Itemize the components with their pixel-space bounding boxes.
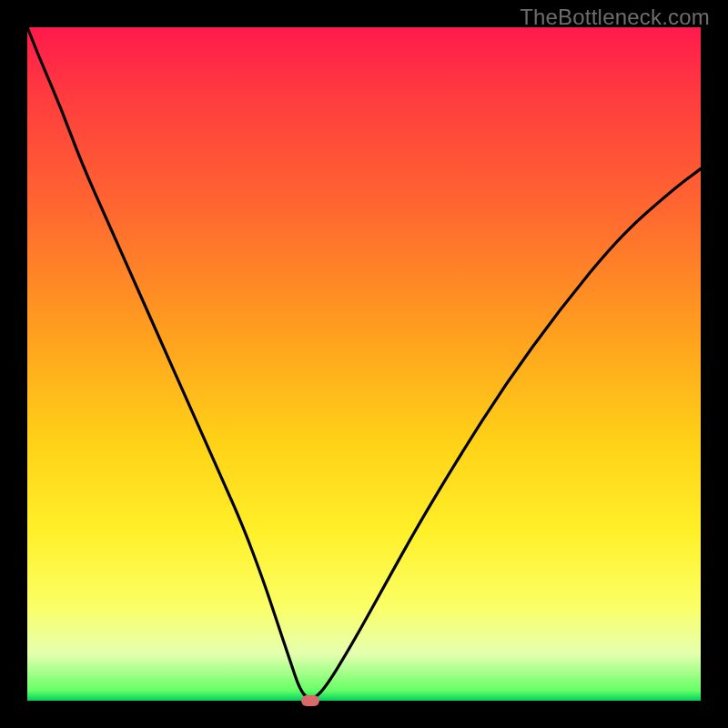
optimum-marker (301, 695, 319, 706)
plot-area (27, 27, 701, 701)
bottleneck-curve (27, 27, 701, 701)
watermark-text: TheBottleneck.com (520, 5, 710, 30)
chart-frame: TheBottleneck.com (0, 0, 728, 728)
